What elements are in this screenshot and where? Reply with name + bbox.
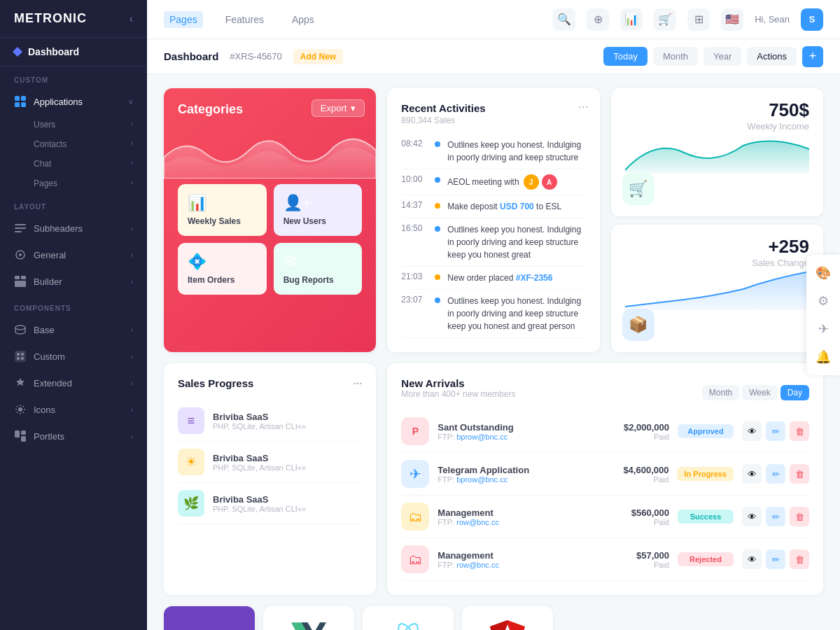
year-button[interactable]: Year	[704, 47, 741, 66]
svg-rect-4	[15, 224, 26, 225]
section-label-layout: LAYOUT	[0, 193, 147, 215]
delete-btn-2[interactable]: 🗑	[790, 464, 809, 484]
edit-btn-4[interactable]: ✏	[766, 550, 785, 569]
arrival-info-2: Telegram Application FTP: bprow@bnc.cc	[438, 465, 597, 484]
color-picker-icon[interactable]: 🎨	[812, 262, 834, 284]
bug-icon: ✉	[284, 253, 353, 271]
arrivals-tab-day[interactable]: Day	[780, 385, 809, 400]
weekly-sales-label: Weekly Sales	[188, 216, 257, 226]
bell-icon[interactable]: 🔔	[812, 346, 834, 368]
sidebar-item-extended[interactable]: Extended ›	[0, 370, 147, 396]
delete-btn-1[interactable]: 🗑	[790, 421, 809, 441]
activity-row-5: 21:03 New order placed #XF-2356	[401, 267, 585, 290]
portlets-icon	[14, 430, 27, 442]
user-avatar[interactable]: S	[801, 8, 823, 31]
custom-icon	[14, 350, 27, 363]
arrival-name-3: Management	[438, 507, 598, 518]
actions-button[interactable]: Actions	[747, 47, 797, 66]
mgmt-icon-3: 🗂	[408, 509, 422, 525]
sidebar-item-users[interactable]: Users ›	[0, 115, 147, 134]
share-icon[interactable]: ⊕	[587, 8, 609, 31]
tab-features[interactable]: Features	[220, 11, 270, 28]
sidebar-dashboard-item[interactable]: Dashboard	[0, 38, 147, 66]
edit-btn-3[interactable]: ✏	[766, 507, 785, 526]
svg-rect-2	[15, 102, 20, 107]
sales-change-values: +259 Sales Change	[625, 236, 809, 268]
chart-icon[interactable]: 📊	[620, 8, 643, 31]
delete-btn-3[interactable]: 🗑	[790, 507, 809, 526]
progress-sub-1: PHP, SQLite, Artisan CLI«»	[213, 422, 362, 430]
view-btn-2[interactable]: 👁	[742, 464, 762, 484]
contacts-label: Contacts	[34, 139, 66, 149]
arrivals-tab-month[interactable]: Month	[702, 385, 739, 400]
arrival-row-2: ✈ Telegram Application FTP: bprow@bnc.cc…	[401, 453, 809, 496]
send-icon[interactable]: ✈	[812, 318, 834, 340]
search-icon[interactable]: 🔍	[553, 8, 575, 31]
arrival-paid-4: Paid	[606, 561, 669, 569]
sidebar-item-icons[interactable]: Icons ›	[0, 396, 147, 423]
status-badge-3: Success	[678, 510, 734, 524]
bar-chart-icon: 📊	[188, 194, 257, 212]
activities-more-icon[interactable]: ···	[578, 99, 589, 114]
activities-card: Recent Activities 890,344 Sales ··· 08:4…	[387, 88, 599, 352]
progress-info-1: Briviba SaaS PHP, SQLite, Artisan CLI«»	[213, 412, 362, 430]
subheaders-icon	[14, 222, 27, 234]
logo-text: METRONIC	[14, 11, 87, 26]
sidebar-item-builder[interactable]: Builder ›	[0, 268, 147, 295]
cart-icon[interactable]: 🛒	[654, 8, 676, 31]
flag-icon[interactable]: 🇺🇸	[721, 8, 743, 31]
arrivals-tab-group: Month Week Day	[702, 385, 809, 400]
categories-card: Categories Export ▾	[164, 88, 376, 352]
sidebar-item-pages[interactable]: Pages ›	[0, 174, 147, 193]
mini-card-bug-reports[interactable]: ✉ Bug Reports	[274, 243, 363, 295]
arrival-actions-1: 👁 ✏ 🗑	[742, 421, 809, 441]
view-btn-3[interactable]: 👁	[742, 507, 762, 526]
mini-card-new-users[interactable]: 👤+ New Users	[274, 184, 363, 236]
mini-card-weekly-sales[interactable]: 📊 Weekly Sales	[178, 184, 267, 236]
sidebar-item-custom[interactable]: Custom ›	[0, 343, 147, 370]
builder-icon	[14, 275, 27, 288]
arrival-icon-4: 🗂	[401, 545, 429, 573]
view-btn-1[interactable]: 👁	[742, 421, 762, 441]
view-btn-4[interactable]: 👁	[742, 550, 762, 569]
builder-chevron-icon: ›	[131, 278, 133, 286]
month-button[interactable]: Month	[653, 47, 698, 66]
subheader-right: Today Month Year Actions +	[603, 46, 823, 67]
svg-rect-21	[21, 436, 26, 442]
weekly-income-label: Weekly Income	[625, 121, 809, 132]
tab-pages[interactable]: Pages	[164, 11, 203, 28]
sidebar-item-chat[interactable]: Chat ›	[0, 154, 147, 174]
sidebar-item-general[interactable]: General ›	[0, 241, 147, 268]
delete-btn-4[interactable]: 🗑	[790, 550, 809, 569]
edit-btn-1[interactable]: ✏	[766, 421, 785, 441]
arrival-price-1: $2,000,000	[606, 422, 669, 433]
add-icon-button[interactable]: +	[802, 46, 823, 67]
edit-btn-2[interactable]: ✏	[766, 464, 785, 484]
export-button[interactable]: Export ▾	[312, 99, 365, 117]
add-new-button[interactable]: Add New	[293, 49, 343, 64]
weekly-income-values: 750$ Weekly Income	[625, 99, 809, 132]
activity-avatars: J A	[524, 174, 557, 190]
stats-column: 750$ Weekly Income	[611, 88, 823, 352]
topnav-tabs: Pages Features Apps	[164, 11, 320, 28]
sidebar-item-contacts[interactable]: Contacts ›	[0, 134, 147, 154]
avatar-2: A	[542, 174, 557, 190]
collapse-icon[interactable]: ‹	[130, 13, 133, 25]
mgmt-icon-4: 🗂	[408, 552, 422, 568]
grid-icon[interactable]: ⊞	[687, 8, 710, 31]
arrival-ftp-3: FTP: row@bnc.cc	[438, 518, 598, 526]
sidebar-item-portlets[interactable]: Portlets ›	[0, 423, 147, 449]
general-icon	[14, 248, 27, 261]
sidebar-item-applications[interactable]: Applications ∨	[0, 88, 147, 115]
settings-icon[interactable]: ⚙	[812, 290, 834, 312]
activities-header: Recent Activities 890,344 Sales ···	[401, 102, 585, 134]
progress-more-icon[interactable]: ···	[354, 377, 363, 389]
sidebar-item-base[interactable]: Base ›	[0, 316, 147, 343]
mini-card-item-orders[interactable]: 💠 Item Orders	[178, 243, 267, 295]
sidebar-item-subheaders[interactable]: Subheaders ›	[0, 215, 147, 241]
arrivals-tab-week[interactable]: Week	[742, 385, 777, 400]
today-button[interactable]: Today	[603, 47, 648, 66]
sales-change-value: +259	[625, 236, 809, 258]
activity-text-6: Outlines keep you honest. Indulging in p…	[447, 295, 585, 332]
tab-apps[interactable]: Apps	[286, 11, 320, 28]
